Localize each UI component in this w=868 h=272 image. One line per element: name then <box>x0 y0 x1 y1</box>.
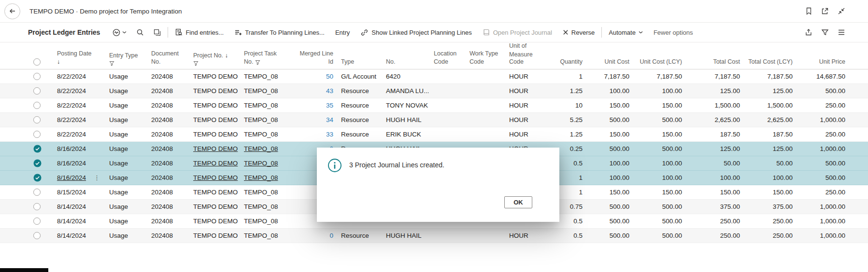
collapse-icon[interactable] <box>838 7 845 15</box>
cell-total_cost[interactable]: 150.00 <box>686 185 744 199</box>
cell-document_no[interactable]: 202408 <box>147 214 189 228</box>
cell-work_type_code[interactable] <box>466 83 505 98</box>
cell-project_no[interactable]: TEMPO DEMO <box>189 127 240 141</box>
cell-unit_cost[interactable]: 500.00 <box>586 141 633 156</box>
cell-posting_date[interactable]: 8/22/2024 <box>53 83 105 98</box>
cell-unit_cost[interactable]: 150.00 <box>586 127 633 141</box>
cell-document_no[interactable]: 202408 <box>147 170 189 185</box>
cell-location_code[interactable] <box>430 228 466 243</box>
cell-total_cost_lcy[interactable]: 250.00 <box>744 214 797 228</box>
column-header-total_cost[interactable]: Total Cost <box>686 42 744 69</box>
cell-unit_cost[interactable]: 500.00 <box>586 199 633 214</box>
row-select-radio[interactable] <box>33 131 41 138</box>
cell-total_cost_lcy[interactable]: 1,500.00 <box>744 98 797 112</box>
cell-no[interactable]: HUGH HAIL <box>382 112 430 127</box>
cell-posting_date[interactable]: 8/16/2024⋮ <box>53 170 105 185</box>
column-header-quantity[interactable]: Quantity <box>546 42 586 69</box>
share-icon[interactable] <box>805 28 812 36</box>
find-entries-button[interactable]: Find entries... <box>175 28 224 36</box>
cell-project_task_no[interactable]: TEMPO_08 <box>240 69 285 83</box>
cell-total_cost_lcy[interactable]: 150.00 <box>744 185 797 199</box>
cell-select[interactable] <box>0 185 53 199</box>
entry-menu-button[interactable]: Entry <box>335 29 350 36</box>
cell-project_task_no[interactable]: TEMPO_08 <box>240 214 285 228</box>
cell-unit_price[interactable]: 1,000.00 <box>797 112 868 127</box>
cell-unit_cost[interactable]: 7,187.50 <box>586 69 633 83</box>
cell-total_cost[interactable]: 250.00 <box>686 214 744 228</box>
cell-unit_cost[interactable]: 100.00 <box>586 83 633 98</box>
cell-unit_cost_lcy[interactable]: 100.00 <box>633 156 686 170</box>
cell-select[interactable] <box>0 83 53 98</box>
cell-quantity[interactable]: 0.5 <box>546 228 586 243</box>
cell-type[interactable]: G/L Account <box>337 69 382 83</box>
cell-document_no[interactable]: 202408 <box>147 112 189 127</box>
fewer-options-button[interactable]: Fewer options <box>654 29 693 36</box>
list-layout-icon[interactable] <box>838 29 845 36</box>
cell-project_no[interactable]: TEMPO DEMO <box>189 170 240 185</box>
cell-project_no[interactable]: TEMPO DEMO <box>189 228 240 243</box>
column-header-no[interactable]: No. <box>382 42 430 69</box>
cell-type[interactable]: Resource <box>337 228 382 243</box>
cell-entry_type[interactable]: Usage <box>105 228 147 243</box>
merged-line-id-link[interactable]: 50 <box>326 73 333 80</box>
cell-unit_cost_lcy[interactable]: 150.00 <box>633 98 686 112</box>
column-header-uom_code[interactable]: Unit ofMeasure Code <box>505 42 546 69</box>
cell-work_type_code[interactable] <box>466 98 505 112</box>
row-select-radio[interactable] <box>33 87 41 95</box>
cell-select[interactable] <box>0 170 53 185</box>
back-button[interactable] <box>4 3 20 19</box>
cell-select[interactable] <box>0 228 53 243</box>
cell-project_task_no[interactable]: TEMPO_08 <box>240 98 285 112</box>
cell-project_no[interactable]: TEMPO DEMO <box>189 141 240 156</box>
cell-type[interactable]: Resource <box>337 98 382 112</box>
cell-total_cost[interactable]: 100.00 <box>686 170 744 185</box>
cell-select[interactable] <box>0 214 53 228</box>
cell-entry_type[interactable]: Usage <box>105 112 147 127</box>
column-header-project_no[interactable]: Project No.↓ <box>189 42 240 69</box>
cell-select[interactable] <box>0 141 53 156</box>
cell-total_cost_lcy[interactable]: 125.00 <box>744 141 797 156</box>
cell-entry_type[interactable]: Usage <box>105 141 147 156</box>
cell-type[interactable]: Resource <box>337 112 382 127</box>
cell-total_cost[interactable]: 50.00 <box>686 156 744 170</box>
select-all-radio[interactable] <box>33 58 41 66</box>
cell-unit_cost_lcy[interactable]: 100.00 <box>633 170 686 185</box>
merged-line-id-link[interactable]: 33 <box>326 131 333 138</box>
cell-no[interactable]: ERIK BUCK <box>382 127 430 141</box>
cell-no[interactable]: TONY NOVAK <box>382 98 430 112</box>
cell-merged_line_id[interactable]: 33 <box>285 127 337 141</box>
copy-list-icon[interactable] <box>154 29 161 36</box>
analyze-icon[interactable] <box>113 28 127 37</box>
cell-select[interactable] <box>0 98 53 112</box>
column-header-work_type_code[interactable]: Work TypeCode <box>466 42 505 69</box>
cell-posting_date[interactable]: 8/16/2024 <box>53 156 105 170</box>
cell-uom_code[interactable]: HOUR <box>505 83 546 98</box>
cell-select[interactable] <box>0 69 53 83</box>
cell-no[interactable]: AMANDA LU... <box>382 83 430 98</box>
cell-select[interactable] <box>0 127 53 141</box>
cell-unit_price[interactable]: 1,000.00 <box>797 214 868 228</box>
cell-project_task_no[interactable]: TEMPO_08 <box>240 185 285 199</box>
cell-entry_type[interactable]: Usage <box>105 83 147 98</box>
show-linked-planning-lines-button[interactable]: Show Linked Project Planning Lines <box>360 28 471 37</box>
cell-project_task_no[interactable]: TEMPO_08 <box>240 112 285 127</box>
cell-project_no[interactable]: TEMPO DEMO <box>189 185 240 199</box>
cell-location_code[interactable] <box>430 112 466 127</box>
cell-work_type_code[interactable] <box>466 69 505 83</box>
cell-posting_date[interactable]: 8/14/2024 <box>53 214 105 228</box>
cell-total_cost_lcy[interactable]: 7,187.50 <box>744 69 797 83</box>
cell-entry_type[interactable]: Usage <box>105 98 147 112</box>
merged-line-id-link[interactable]: 43 <box>326 87 333 95</box>
cell-total_cost_lcy[interactable]: 187.50 <box>744 127 797 141</box>
cell-select[interactable] <box>0 199 53 214</box>
cell-merged_line_id[interactable]: 43 <box>285 83 337 98</box>
cell-unit_cost[interactable]: 100.00 <box>586 170 633 185</box>
cell-merged_line_id[interactable]: 50 <box>285 69 337 83</box>
cell-posting_date[interactable]: 8/22/2024 <box>53 127 105 141</box>
column-header-entry_type[interactable]: Entry Type <box>105 42 147 69</box>
row-select-radio[interactable] <box>33 189 41 196</box>
cell-document_no[interactable]: 202408 <box>147 199 189 214</box>
cell-unit_price[interactable]: 250.00 <box>797 98 868 112</box>
cell-project_no[interactable]: TEMPO DEMO <box>189 83 240 98</box>
merged-line-id-link[interactable]: 35 <box>326 102 333 109</box>
